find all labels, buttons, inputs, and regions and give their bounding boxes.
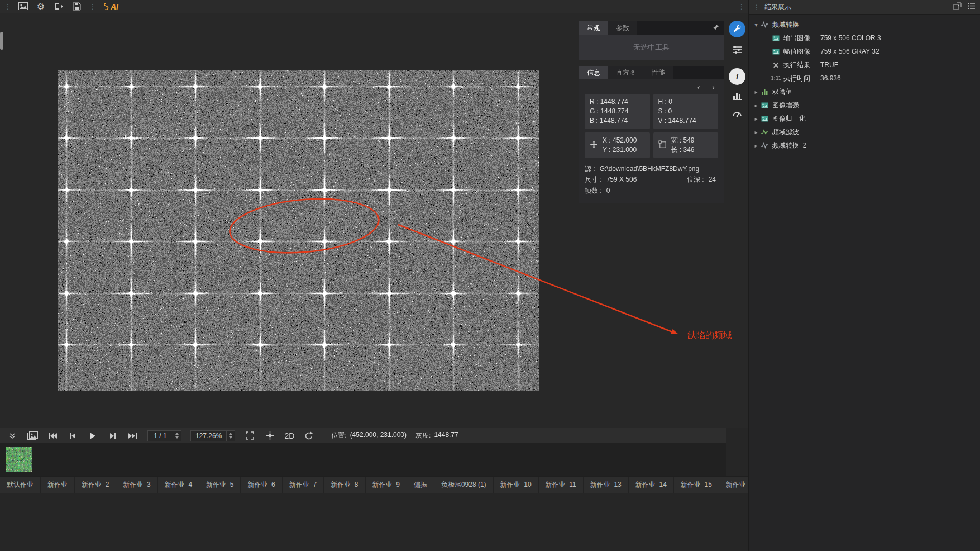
image-viewer-area: 缺陷的频域 i 常规 参数 无选中 <box>0 13 748 428</box>
tree-node-frequency-transform[interactable]: ▾ 频域转换 <box>749 18 980 31</box>
prev-image-icon[interactable]: ‹ <box>697 83 700 92</box>
job-tab[interactable]: 新作业_3 <box>116 477 157 493</box>
tree-node-double-threshold[interactable]: ▸ 双阈值 <box>749 85 980 98</box>
tree-node-amplitude-image[interactable]: 幅值图像 759 x 506 GRAY 32 <box>749 45 980 58</box>
image-size-row: 尺寸 :759 X 506 位深 :24 <box>585 174 718 185</box>
previous-frame-icon[interactable] <box>67 430 78 441</box>
collapse-double-chevron-icon[interactable] <box>7 430 18 441</box>
chevron-right-icon[interactable]: ▸ <box>752 102 760 108</box>
job-tab[interactable]: 新作业_4 <box>158 477 199 493</box>
panel-grip-icon[interactable]: ⋮ <box>738 3 744 11</box>
position-value: (452.000, 231.000) <box>350 431 407 440</box>
chevron-right-icon[interactable]: ▸ <box>752 89 760 95</box>
cursor-position-cell: X : 452.000 Y : 231.000 <box>585 132 650 158</box>
toolbar-grip2-icon[interactable]: ⋮ <box>89 3 95 11</box>
pin-icon[interactable] <box>713 24 719 32</box>
job-tab[interactable]: 新作业_7 <box>283 477 324 493</box>
image-icon <box>771 34 780 42</box>
job-tab[interactable]: 新作业_6 <box>241 477 282 493</box>
tree-node-execution-time[interactable]: 1:11 执行时间 36.936 <box>749 72 980 85</box>
info-tabs-row: 信息 直方图 性能 <box>579 66 724 79</box>
skip-to-end-icon[interactable] <box>127 430 138 441</box>
fit-fullscreen-icon[interactable] <box>244 430 255 441</box>
status-readout: 位置: (452.000, 231.000) 灰度: 1448.77 <box>331 431 464 440</box>
center-crosshair-icon[interactable] <box>264 430 275 441</box>
playback-toolbar: 1 / 1 127.26% 2D 位置: (452.000, 231.000) … <box>0 428 726 443</box>
job-tab[interactable]: 新作业_13 <box>584 477 629 493</box>
job-tab[interactable]: 新作业_10 <box>494 477 539 493</box>
results-grip-icon[interactable]: ⋮ <box>753 3 759 11</box>
parameters-sliders-icon[interactable] <box>729 41 745 58</box>
frame-spinner[interactable]: 1 / 1 <box>147 430 181 441</box>
histogram-icon[interactable] <box>729 87 745 104</box>
zoom-spinner[interactable]: 127.26% <box>190 430 235 441</box>
source-image-thumbnail[interactable] <box>6 446 32 472</box>
tree-node-execution-result[interactable]: 执行结果 TRUE <box>749 58 980 72</box>
job-tab[interactable]: 偏振 <box>407 477 434 493</box>
export-icon[interactable] <box>54 2 64 12</box>
results-list-icon[interactable] <box>967 2 976 12</box>
next-image-icon[interactable]: › <box>712 83 715 92</box>
ai-swirl-icon <box>103 3 109 11</box>
job-tab[interactable]: 新作业_15 <box>674 477 719 493</box>
job-tab[interactable]: 新作业_11 <box>539 477 584 493</box>
job-tab[interactable]: 新作业_8 <box>324 477 365 493</box>
chevron-right-icon[interactable]: ▸ <box>752 129 760 135</box>
fft-spectrum-image[interactable] <box>58 70 539 391</box>
performance-gauge-icon[interactable] <box>729 105 745 122</box>
export-results-icon[interactable] <box>953 2 962 12</box>
frame-spinner-arrows[interactable] <box>173 431 181 441</box>
rectangle-size-icon <box>658 140 667 150</box>
save-icon[interactable] <box>71 2 82 12</box>
job-tab[interactable]: 新作业_5 <box>199 477 241 493</box>
image-icon <box>771 48 780 55</box>
source-path-row: 源 :G:\download\5BHkMFZ8DwY.png <box>585 164 718 174</box>
info-icon[interactable]: i <box>729 68 745 85</box>
gray-label: 灰度: <box>415 431 431 440</box>
signal-icon <box>760 141 769 149</box>
chevron-right-icon[interactable]: ▸ <box>752 116 760 122</box>
skip-to-start-icon[interactable] <box>47 430 58 441</box>
gray-value: 1448.77 <box>434 431 458 440</box>
rgb-values-cell: R : 1448.774 G : 1448.774 B : 1448.774 <box>585 94 650 129</box>
execution-time-icon: 1:11 <box>771 74 780 82</box>
tree-node-image-normalize[interactable]: ▸ 图像归一化 <box>749 112 980 125</box>
zoom-spinner-arrows[interactable] <box>226 431 235 441</box>
next-frame-icon[interactable] <box>107 430 118 441</box>
tree-node-frequency-transform-2[interactable]: ▸ 频域转换_2 <box>749 139 980 152</box>
job-tab[interactable]: 新作业 <box>41 477 75 493</box>
refresh-loop-icon[interactable] <box>303 430 314 441</box>
frame-count-row: 帧数 :0 <box>585 185 718 196</box>
view-mode-2d-button[interactable]: 2D <box>284 431 294 440</box>
job-tab[interactable]: 默认作业 <box>0 477 41 493</box>
tree-node-image-enhance[interactable]: ▸ 图像增强 <box>749 98 980 112</box>
tree-node-output-image[interactable]: 输出图像 759 x 506 COLOR 3 <box>749 31 980 45</box>
chevron-down-icon[interactable]: ▾ <box>752 22 760 28</box>
tab-parameters[interactable]: 参数 <box>608 21 637 35</box>
annotation-arrowhead <box>671 329 678 334</box>
job-tab[interactable]: 新作业_9 <box>366 477 407 493</box>
image-source-icon[interactable] <box>27 430 38 441</box>
results-tree: ▾ 频域转换 输出图像 759 x 506 COLOR 3 幅值图像 759 x… <box>749 15 980 152</box>
chevron-right-icon[interactable]: ▸ <box>752 142 760 149</box>
thumbnail-strip <box>0 443 726 476</box>
frame-spinner-value: 1 / 1 <box>148 431 173 441</box>
job-tab[interactable]: 新作业_2 <box>75 477 116 493</box>
image-tool-icon[interactable] <box>18 2 28 12</box>
ai-logo[interactable]: AI <box>103 2 118 11</box>
move-cursor-icon <box>590 140 598 150</box>
tools-wrench-icon[interactable] <box>729 21 745 37</box>
tree-node-frequency-filter[interactable]: ▸ 频域滤波 <box>749 125 980 139</box>
left-scrollbar-thumb[interactable] <box>0 32 3 50</box>
tab-general[interactable]: 常规 <box>579 21 608 35</box>
tab-performance[interactable]: 性能 <box>644 66 673 79</box>
job-tab[interactable]: 负极尾0928 (1) <box>434 477 494 493</box>
tab-histogram[interactable]: 直方图 <box>608 66 644 79</box>
play-icon[interactable] <box>87 430 98 441</box>
tab-info[interactable]: 信息 <box>579 66 608 79</box>
threshold-histogram-icon <box>760 88 769 96</box>
toolbar-grip-icon[interactable]: ⋮ <box>4 3 10 11</box>
job-tab[interactable]: 新作业_14 <box>629 477 674 493</box>
info-panel-body: ‹ › R : 1448.774 G : 1448.774 B : 1448.7… <box>579 79 724 203</box>
settings-gear-icon[interactable]: ⚙ <box>36 2 46 12</box>
